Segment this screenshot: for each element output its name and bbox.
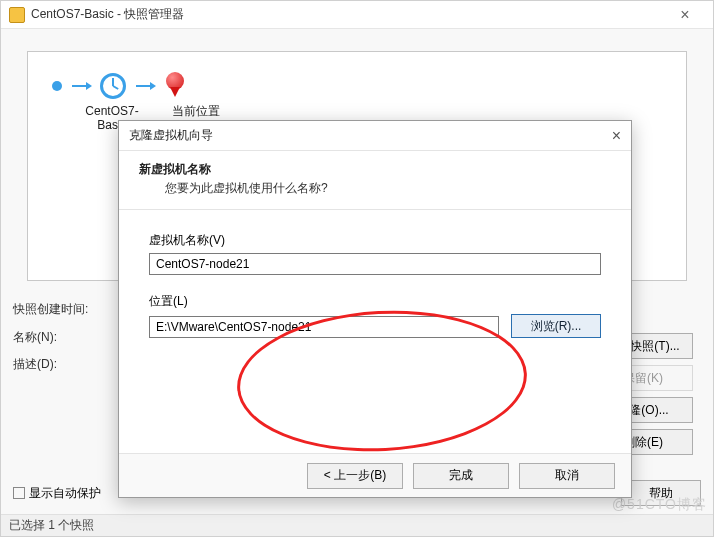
name-label: 名称(N):: [13, 329, 115, 346]
current-location-icon[interactable]: [164, 72, 186, 100]
wizard-body: 虚拟机名称(V) 位置(L) 浏览(R)...: [119, 210, 631, 378]
wizard-title: 克隆虚拟机向导: [129, 127, 213, 144]
wizard-heading: 新虚拟机名称: [139, 161, 611, 178]
location-label: 位置(L): [149, 293, 601, 310]
browse-button[interactable]: 浏览(R)...: [511, 314, 601, 338]
wizard-subheading: 您要为此虚拟机使用什么名称?: [165, 180, 611, 197]
back-button[interactable]: < 上一步(B): [307, 463, 403, 489]
vmname-input[interactable]: [149, 253, 601, 275]
created-label: 快照创建时间:: [13, 301, 115, 318]
close-button[interactable]: ×: [665, 6, 705, 24]
autoprotect-checkbox[interactable]: [13, 487, 25, 499]
status-text: 已选择 1 个快照: [9, 517, 94, 534]
snapshot-title: CentOS7-Basic - 快照管理器: [31, 6, 184, 23]
vm-icon: [9, 7, 25, 23]
clone-wizard-dialog: 克隆虚拟机向导 × 新虚拟机名称 您要为此虚拟机使用什么名称? 虚拟机名称(V)…: [118, 120, 632, 498]
arrow-icon: [72, 85, 90, 87]
snapshot-titlebar: CentOS7-Basic - 快照管理器 ×: [1, 1, 713, 29]
autoprotect-label: 显示自动保护: [29, 485, 101, 502]
location-row: 位置(L) 浏览(R)...: [149, 293, 601, 338]
snapshot-timeline: [52, 72, 672, 100]
wizard-close-button[interactable]: ×: [612, 127, 621, 145]
status-bar: 已选择 1 个快照: [1, 514, 713, 536]
wizard-titlebar: 克隆虚拟机向导 ×: [119, 121, 631, 151]
arrow-icon: [136, 85, 154, 87]
vmname-label: 虚拟机名称(V): [149, 232, 601, 249]
desc-label: 描述(D):: [13, 356, 115, 373]
location-input[interactable]: [149, 316, 499, 338]
watermark-text: @51CTO博客: [612, 496, 707, 514]
wizard-footer: < 上一步(B) 完成 取消: [119, 453, 631, 497]
wizard-header: 新虚拟机名称 您要为此虚拟机使用什么名称?: [119, 151, 631, 210]
finish-button[interactable]: 完成: [413, 463, 509, 489]
vmname-row: 虚拟机名称(V): [149, 232, 601, 275]
snapshot-node-icon[interactable]: [100, 73, 126, 99]
cancel-button[interactable]: 取消: [519, 463, 615, 489]
start-dot-icon: [52, 81, 62, 91]
